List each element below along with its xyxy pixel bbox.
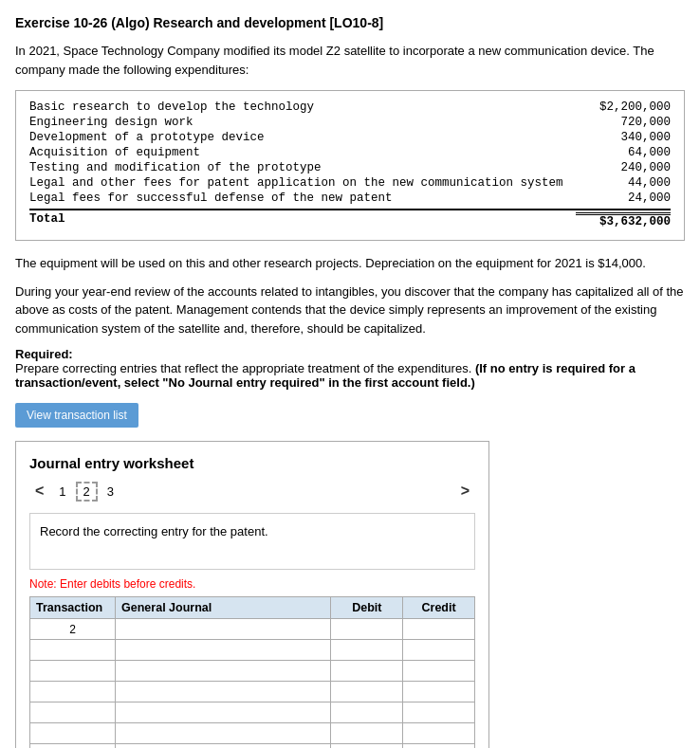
required-text: Prepare correcting entries that reflect … <box>15 361 471 375</box>
debit-input[interactable] <box>335 665 398 678</box>
expenditure-row: Legal fees for successful defense of the… <box>29 192 671 205</box>
expenditure-row: Total$3,632,000 <box>29 209 671 228</box>
table-row <box>30 682 475 702</box>
exp-label: Basic research to develop the technology <box>29 100 576 114</box>
table-row <box>30 723 475 744</box>
note-depreciation: The equipment will be used on this and o… <box>15 254 685 273</box>
general-journal-cell[interactable] <box>116 702 331 723</box>
general-journal-input[interactable] <box>120 706 326 720</box>
table-row <box>30 640 475 661</box>
general-journal-cell[interactable] <box>116 744 331 749</box>
general-journal-cell[interactable] <box>116 640 331 661</box>
transaction-cell <box>30 640 116 661</box>
debit-cell[interactable] <box>331 682 403 702</box>
general-journal-input[interactable] <box>120 727 326 740</box>
credit-input[interactable] <box>407 727 470 740</box>
exp-amount: $2,200,000 <box>576 100 671 114</box>
credit-input[interactable] <box>407 706 470 720</box>
expenditure-row: Development of a prototype device340,000 <box>29 131 671 144</box>
debit-input[interactable] <box>335 685 398 699</box>
transaction-cell <box>30 723 116 744</box>
required-section: Required: Prepare correcting entries tha… <box>15 347 685 390</box>
exp-label: Engineering design work <box>29 116 576 129</box>
credit-cell[interactable] <box>403 619 475 640</box>
exp-amount: 44,000 <box>576 176 671 190</box>
expenditure-row: Basic research to develop the technology… <box>29 100 671 114</box>
transaction-cell <box>30 682 116 702</box>
credit-input[interactable] <box>407 644 470 657</box>
nav-num-1[interactable]: 1 <box>55 483 69 501</box>
expenditure-row: Acquisition of equipment64,000 <box>29 146 671 159</box>
required-label: Required: <box>15 347 73 361</box>
view-transaction-button[interactable]: View transaction list <box>15 403 138 428</box>
nav-num-3[interactable]: 3 <box>103 483 118 501</box>
debit-cell[interactable] <box>331 723 403 744</box>
exp-label: Acquisition of equipment <box>29 146 576 159</box>
journal-table: Transaction General Journal Debit Credit… <box>29 596 475 748</box>
credit-cell[interactable] <box>403 723 475 744</box>
transaction-cell <box>30 702 116 723</box>
debit-input[interactable] <box>335 706 398 720</box>
credit-cell[interactable] <box>403 640 475 661</box>
debit-input[interactable] <box>335 623 398 636</box>
credit-cell[interactable] <box>403 682 475 702</box>
nav-right-arrow[interactable]: > <box>455 481 475 502</box>
general-journal-input[interactable] <box>120 623 326 636</box>
general-journal-cell[interactable] <box>116 661 331 682</box>
col-general-journal: General Journal <box>116 597 331 619</box>
exp-amount: 64,000 <box>576 146 671 159</box>
credit-cell[interactable] <box>403 661 475 682</box>
exp-label: Testing and modification of the prototyp… <box>29 161 576 174</box>
transaction-cell <box>30 661 116 682</box>
table-row <box>30 702 475 723</box>
col-transaction: Transaction <box>30 597 116 619</box>
transaction-cell <box>30 744 116 749</box>
exp-amount: 340,000 <box>576 131 671 144</box>
credit-input[interactable] <box>407 623 470 636</box>
year-end-note: During your year-end review of the accou… <box>15 283 685 338</box>
table-row <box>30 661 475 682</box>
general-journal-cell[interactable] <box>116 723 331 744</box>
col-debit: Debit <box>331 597 403 619</box>
exp-label: Legal and other fees for patent applicat… <box>29 176 576 190</box>
record-instruction: Record the correcting entry for the pate… <box>29 513 475 570</box>
exp-amount: 24,000 <box>576 192 671 205</box>
exp-label: Development of a prototype device <box>29 131 576 144</box>
debit-cell[interactable] <box>331 744 403 749</box>
nav-row: < 1 2 3 > <box>29 481 475 502</box>
expenditure-row: Legal and other fees for patent applicat… <box>29 176 671 190</box>
page-title: Exercise 10-26 (Algo) Research and devel… <box>15 15 685 30</box>
journal-worksheet: Journal entry worksheet < 1 2 3 > Record… <box>15 441 489 748</box>
worksheet-title: Journal entry worksheet <box>29 455 475 471</box>
general-journal-input[interactable] <box>120 665 326 678</box>
table-row <box>30 744 475 749</box>
general-journal-input[interactable] <box>120 644 326 657</box>
nav-numbers: 1 2 3 <box>55 482 118 502</box>
exp-label: Legal fees for successful defense of the… <box>29 192 576 205</box>
debit-input[interactable] <box>335 644 398 657</box>
credit-input[interactable] <box>407 665 470 678</box>
general-journal-cell[interactable] <box>116 619 331 640</box>
credit-cell[interactable] <box>403 702 475 723</box>
expenditure-row: Engineering design work720,000 <box>29 116 671 129</box>
expenditure-table: Basic research to develop the technology… <box>15 90 685 241</box>
debit-cell[interactable] <box>331 619 403 640</box>
nav-left-arrow[interactable]: < <box>29 481 49 502</box>
credit-input[interactable] <box>407 685 470 699</box>
expenditure-row: Testing and modification of the prototyp… <box>29 161 671 174</box>
nav-num-2[interactable]: 2 <box>76 482 98 502</box>
exp-amount: $3,632,000 <box>576 212 671 228</box>
credit-cell[interactable] <box>403 744 475 749</box>
debit-cell[interactable] <box>331 640 403 661</box>
table-row: 2 <box>30 619 475 640</box>
debit-cell[interactable] <box>331 702 403 723</box>
debit-input[interactable] <box>335 727 398 740</box>
exp-amount: 240,000 <box>576 161 671 174</box>
general-journal-cell[interactable] <box>116 682 331 702</box>
debit-cell[interactable] <box>331 661 403 682</box>
transaction-cell: 2 <box>30 619 116 640</box>
note-debits: Note: Enter debits before credits. <box>29 577 475 591</box>
intro-text: In 2021, Space Technology Company modifi… <box>15 42 685 79</box>
col-credit: Credit <box>403 597 475 619</box>
general-journal-input[interactable] <box>120 685 326 699</box>
